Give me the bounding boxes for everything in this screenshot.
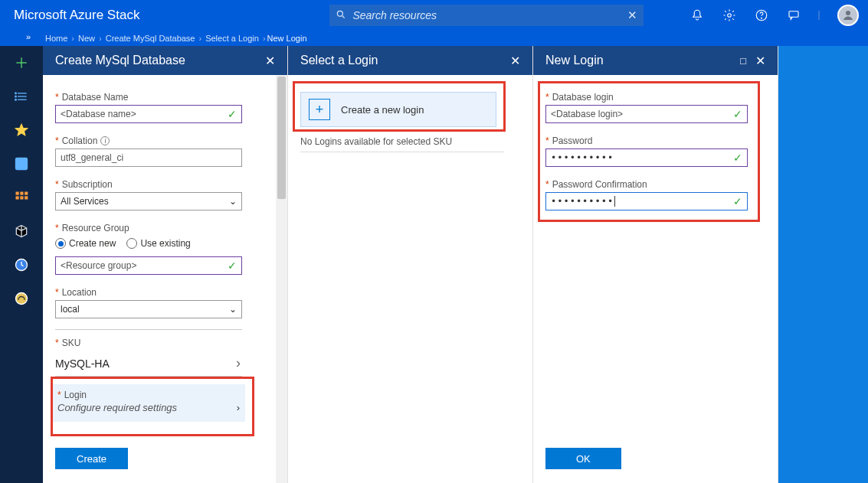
- collation-label: Collation: [62, 135, 98, 146]
- svg-rect-22: [20, 196, 23, 199]
- blade-create-mysql: Create MySql Database ✕ *Database Name ✓…: [43, 46, 288, 483]
- chevron-right-icon: ›: [237, 402, 240, 413]
- create-new-login-tile[interactable]: + Create a new login: [300, 92, 496, 127]
- dblogin-label: Database login: [552, 92, 614, 103]
- rg-create-radio[interactable]: Create new: [55, 238, 116, 249]
- svg-rect-17: [16, 158, 28, 170]
- check-icon: ✓: [733, 195, 742, 207]
- stage-background: [778, 46, 868, 483]
- blade3-maximize-icon[interactable]: □: [740, 55, 746, 67]
- svg-point-4: [762, 18, 762, 18]
- sku-label: SKU: [62, 338, 81, 348]
- svg-point-15: [15, 99, 17, 100]
- search-icon: [336, 9, 346, 22]
- blade2-close-icon[interactable]: ✕: [510, 54, 520, 68]
- blade1-close-icon[interactable]: ✕: [265, 54, 275, 68]
- nav-favorites-icon[interactable]: [12, 121, 31, 139]
- blade3-close-icon[interactable]: ✕: [755, 54, 765, 68]
- svg-rect-18: [16, 192, 19, 195]
- blade-new-login: New Login □ ✕ *Database login ✓ *Passwor…: [533, 46, 778, 483]
- login-selector[interactable]: *Login Configure required settings ›: [52, 384, 245, 422]
- crumb-create[interactable]: Create MySql Database: [106, 34, 195, 43]
- nav-grid-icon[interactable]: [12, 188, 31, 207]
- svg-point-0: [338, 11, 343, 16]
- nav-cube-icon[interactable]: [12, 222, 31, 240]
- check-icon: ✓: [228, 108, 237, 120]
- sku-selector[interactable]: MySQL-HA ›: [55, 351, 242, 373]
- check-icon: ✓: [228, 259, 237, 272]
- expand-nav-icon[interactable]: »: [26, 32, 31, 41]
- nav-new-icon[interactable]: [12, 54, 31, 72]
- location-select[interactable]: local⌄: [55, 300, 242, 318]
- global-search[interactable]: ✕: [329, 5, 644, 26]
- dbname-label: Database Name: [62, 92, 129, 103]
- svg-point-13: [15, 93, 17, 94]
- blade-select-login: Select a Login ✕ + Create a new login No…: [288, 46, 533, 483]
- create-button[interactable]: Create: [55, 448, 128, 469]
- ok-button[interactable]: OK: [545, 448, 621, 469]
- crumb-home[interactable]: Home: [45, 34, 67, 43]
- rg-use-radio[interactable]: Use existing: [126, 238, 190, 249]
- svg-marker-16: [16, 125, 28, 135]
- plus-icon: +: [309, 99, 330, 120]
- crumb-new[interactable]: New: [78, 34, 95, 43]
- nav-clock-icon[interactable]: [12, 256, 31, 274]
- notifications-icon[interactable]: [681, 0, 713, 31]
- svg-rect-19: [20, 192, 23, 195]
- svg-point-14: [15, 96, 17, 97]
- svg-point-25: [16, 293, 28, 305]
- breadcrumb: Home› New› Create MySql Database› Select…: [0, 31, 868, 46]
- brand-title: Microsoft Azure Stack: [0, 8, 153, 23]
- login-sub: Configure required settings: [57, 402, 177, 413]
- nav-list-icon[interactable]: [12, 87, 31, 106]
- svg-rect-5: [789, 11, 798, 18]
- svg-point-2: [728, 14, 732, 18]
- blade2-title: Select a Login: [300, 54, 378, 67]
- crumb-current: New Login: [267, 34, 307, 43]
- collation-input[interactable]: [55, 148, 242, 167]
- feedback-icon[interactable]: [778, 0, 810, 31]
- topbar-divider: [810, 0, 828, 31]
- check-icon: ✓: [733, 108, 742, 120]
- subscription-label: Subscription: [62, 179, 113, 190]
- chevron-right-icon: ›: [236, 355, 241, 371]
- location-label: Location: [62, 287, 97, 298]
- crumb-select[interactable]: Select a Login: [205, 34, 259, 43]
- rg-input[interactable]: ✓: [55, 256, 242, 275]
- password-confirm-label: Password Confirmation: [552, 179, 647, 190]
- blade1-title: Create MySql Database: [55, 54, 185, 67]
- nav-dashboard-icon[interactable]: [12, 155, 31, 173]
- dbname-input[interactable]: ✓: [55, 105, 242, 123]
- password-label: Password: [552, 135, 593, 146]
- svg-rect-23: [25, 196, 28, 199]
- nav-gauge-icon[interactable]: [12, 289, 31, 308]
- dblogin-input[interactable]: ✓: [545, 105, 748, 123]
- check-icon: ✓: [733, 152, 742, 164]
- user-avatar[interactable]: [837, 5, 859, 26]
- left-nav: [0, 46, 43, 483]
- search-input[interactable]: [346, 9, 627, 21]
- chevron-down-icon: ⌄: [229, 196, 237, 207]
- chevron-down-icon: ⌄: [229, 304, 237, 315]
- svg-line-1: [342, 15, 345, 18]
- login-label: Login: [64, 390, 87, 400]
- svg-rect-21: [16, 196, 19, 199]
- help-icon[interactable]: [745, 0, 778, 31]
- info-icon[interactable]: i: [100, 136, 110, 145]
- no-logins-msg: No Logins available for selected SKU: [300, 136, 520, 147]
- svg-rect-20: [25, 192, 28, 195]
- password-confirm-input[interactable]: ••••••••••✓: [545, 192, 748, 210]
- password-input[interactable]: ••••••••••✓: [545, 148, 748, 167]
- blade3-title: New Login: [545, 54, 604, 67]
- search-clear-icon[interactable]: ✕: [627, 8, 637, 22]
- subscription-select[interactable]: All Services⌄: [55, 192, 242, 210]
- svg-point-7: [846, 11, 850, 15]
- settings-icon[interactable]: [713, 0, 745, 31]
- rg-label: Resource Group: [62, 223, 129, 233]
